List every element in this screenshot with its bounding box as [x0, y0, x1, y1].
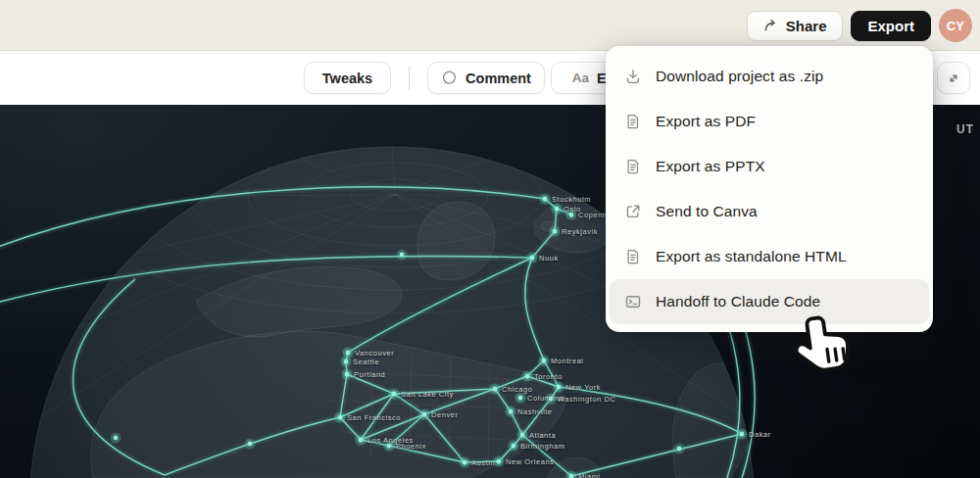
city-label: New Orleans: [506, 457, 554, 466]
city-portland: Portland: [347, 370, 385, 379]
city-dot: [549, 397, 553, 401]
city-label: Atlanta: [529, 431, 556, 440]
comment-button[interactable]: Comment: [427, 62, 545, 94]
menu-item-export-as-pdf[interactable]: Export as PDF: [610, 99, 929, 144]
document-icon: [624, 113, 642, 130]
menu-item-label: Export as PPTX: [656, 158, 765, 175]
expand-button[interactable]: [937, 62, 970, 94]
comment-label: Comment: [466, 71, 531, 86]
city-dot: [542, 358, 546, 362]
city-austin: Austin: [465, 458, 495, 467]
city-dot: [345, 372, 349, 376]
city-san-francisco: San Francisco: [340, 413, 401, 422]
city-label: Miami: [578, 472, 601, 478]
city-label: Birmingham: [520, 442, 565, 451]
menu-item-export-as-standalone-html[interactable]: Export as standalone HTML: [610, 234, 929, 279]
city-label: Washington DC: [558, 395, 615, 404]
share-label: Share: [786, 18, 827, 34]
download-icon: [624, 68, 642, 85]
city-atlanta: Atlanta: [522, 431, 556, 440]
city-dot: [569, 474, 573, 478]
city-dot: [555, 207, 559, 211]
export-button[interactable]: Export: [851, 11, 931, 41]
city-nuuk: Nuuk: [532, 254, 559, 263]
city-label: Vancouver: [355, 349, 394, 358]
export-menu-list: Download project as .zipExport as PDFExp…: [610, 54, 929, 324]
city-dot: [520, 433, 524, 437]
city-label: Austin: [471, 458, 495, 467]
city-montreal: Montreal: [544, 357, 584, 365]
comment-bubble-icon: [441, 70, 458, 86]
topbar: Share Export CY: [0, 0, 980, 51]
city-vancouver: Vancouver: [348, 349, 394, 358]
city-dot: [569, 213, 573, 216]
city-new-york: New York: [559, 383, 601, 392]
city-dot: [557, 385, 561, 389]
city-new-orleans: New Orleans: [499, 457, 554, 466]
menu-item-label: Send to Canva: [656, 203, 758, 220]
tweaks-label: Tweaks: [322, 71, 372, 86]
terminal-icon: [624, 293, 642, 311]
city-dot: [518, 396, 522, 400]
city-seattle: Seattle: [346, 358, 379, 366]
city-dot: [512, 444, 515, 448]
city-dot: [497, 459, 501, 463]
city-label: Reykjavik: [562, 227, 598, 236]
city-chicago: Chicago: [495, 385, 532, 394]
city-dot: [387, 444, 391, 448]
document-icon: [624, 158, 642, 175]
city-dot: [346, 351, 350, 355]
city-dot: [344, 359, 348, 363]
city-dot: [525, 374, 529, 378]
menu-item-label: Handoff to Claude Code: [656, 293, 820, 311]
expand-icon: [947, 72, 960, 85]
city-dot: [553, 229, 557, 233]
document-icon: [624, 248, 642, 265]
menu-item-send-to-canva[interactable]: Send to Canva: [610, 189, 929, 234]
menu-item-export-as-pptx[interactable]: Export as PPTX: [610, 144, 929, 189]
city-dot: [422, 412, 426, 416]
city-label: Toronto: [534, 372, 563, 381]
city-dot: [463, 460, 466, 464]
export-label: Export: [867, 18, 914, 34]
city-label: Seattle: [353, 358, 379, 366]
export-menu: Download project as .zipExport as PDFExp…: [606, 46, 933, 332]
city-dot: [392, 392, 396, 396]
menu-item-label: Export as standalone HTML: [656, 248, 847, 265]
avatar[interactable]: CY: [939, 9, 972, 42]
city-dot: [509, 409, 513, 413]
city-dot: [543, 197, 547, 201]
avatar-initials: CY: [947, 19, 965, 33]
external-link-icon: [624, 203, 642, 220]
city-label: Portland: [354, 370, 385, 379]
tweaks-button[interactable]: Tweaks: [304, 62, 391, 94]
menu-item-label: Download project as .zip: [656, 68, 823, 85]
city-label: Stockholm: [552, 195, 591, 204]
city-salt-lake-city: Salt Lake City: [394, 390, 454, 399]
city-dot: [359, 438, 363, 442]
city-label: San Francisco: [347, 413, 401, 422]
city-birmingham: Birmingham: [514, 442, 565, 451]
city-label: Montreal: [551, 357, 584, 365]
city-dot: [530, 256, 534, 260]
city-label: New York: [565, 383, 601, 392]
city-dot: [740, 432, 744, 436]
city-dakar: Dakar: [742, 430, 771, 439]
share-arrow-icon: [763, 19, 778, 32]
menu-item-handoff-to-claude-code[interactable]: Handoff to Claude Code: [610, 279, 929, 324]
city-label: Nashville: [517, 407, 552, 416]
city-phoenix: Phoenix: [389, 442, 426, 451]
city-denver: Denver: [424, 410, 458, 419]
toolbar-divider: [409, 66, 410, 90]
city-dot: [338, 415, 342, 419]
partial-nav-text: UT: [956, 122, 974, 136]
city-label: Salt Lake City: [401, 390, 454, 399]
city-label: Chicago: [502, 385, 532, 394]
share-button[interactable]: Share: [747, 11, 844, 41]
city-toronto: Toronto: [527, 372, 563, 381]
menu-item-download-project-as-zip[interactable]: Download project as .zip: [610, 54, 929, 99]
city-label: Nuuk: [539, 254, 559, 263]
city-miami: Miami: [571, 472, 601, 478]
menu-item-label: Export as PDF: [656, 113, 756, 130]
city-label: Phoenix: [396, 442, 426, 451]
